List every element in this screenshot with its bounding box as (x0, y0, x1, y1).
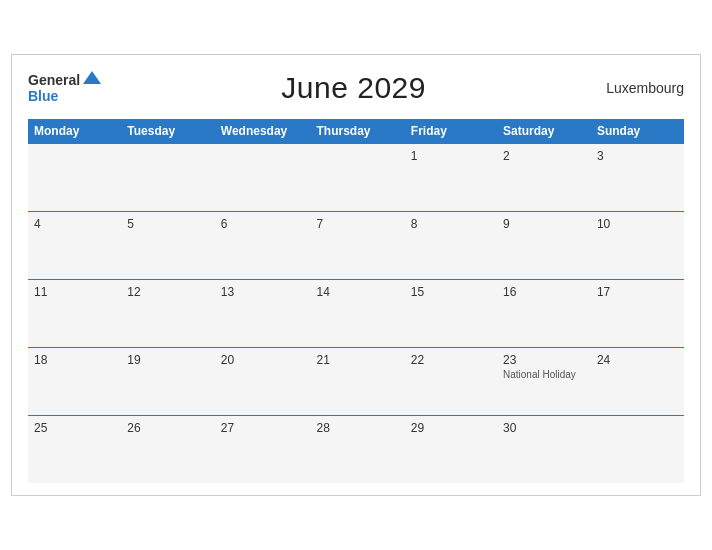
calendar-title: June 2029 (281, 71, 426, 105)
logo-blue-text: Blue (28, 88, 58, 104)
calendar-cell (121, 143, 215, 211)
calendar-cell: 13 (215, 279, 311, 347)
calendar-cell: 16 (497, 279, 591, 347)
event-label: National Holiday (503, 369, 585, 380)
calendar-cell: 30 (497, 415, 591, 483)
calendar-cell (215, 143, 311, 211)
header-friday: Friday (405, 119, 497, 144)
day-number: 21 (317, 353, 399, 367)
day-number: 29 (411, 421, 491, 435)
day-number: 2 (503, 149, 585, 163)
calendar-cell: 2 (497, 143, 591, 211)
calendar-cell: 4 (28, 211, 121, 279)
calendar-cell: 11 (28, 279, 121, 347)
calendar-cell: 28 (311, 415, 405, 483)
day-number: 5 (127, 217, 209, 231)
header-monday: Monday (28, 119, 121, 144)
calendar-cell: 3 (591, 143, 684, 211)
day-number: 13 (221, 285, 305, 299)
day-number: 18 (34, 353, 115, 367)
calendar-cell: 21 (311, 347, 405, 415)
calendar-cell: 10 (591, 211, 684, 279)
calendar-cell: 7 (311, 211, 405, 279)
logo: General Blue (28, 72, 101, 104)
day-number: 10 (597, 217, 678, 231)
calendar-cell: 29 (405, 415, 497, 483)
day-number: 8 (411, 217, 491, 231)
day-number: 1 (411, 149, 491, 163)
logo-flag-icon (83, 71, 101, 84)
day-number: 3 (597, 149, 678, 163)
calendar-cell: 17 (591, 279, 684, 347)
header-saturday: Saturday (497, 119, 591, 144)
day-number: 19 (127, 353, 209, 367)
calendar-cell: 12 (121, 279, 215, 347)
day-number: 25 (34, 421, 115, 435)
day-number: 24 (597, 353, 678, 367)
day-number: 9 (503, 217, 585, 231)
calendar-cell: 27 (215, 415, 311, 483)
calendar-cell: 19 (121, 347, 215, 415)
calendar-container: General Blue June 2029 Luxembourg Monday… (11, 54, 701, 497)
weekday-header-row: Monday Tuesday Wednesday Thursday Friday… (28, 119, 684, 144)
day-number: 28 (317, 421, 399, 435)
calendar-cell: 6 (215, 211, 311, 279)
calendar-week-row: 123 (28, 143, 684, 211)
header-wednesday: Wednesday (215, 119, 311, 144)
calendar-cell: 15 (405, 279, 497, 347)
day-number: 30 (503, 421, 585, 435)
day-number: 16 (503, 285, 585, 299)
logo-general-text: General (28, 72, 80, 88)
day-number: 26 (127, 421, 209, 435)
day-number: 22 (411, 353, 491, 367)
calendar-cell: 1 (405, 143, 497, 211)
calendar-cell: 26 (121, 415, 215, 483)
day-number: 6 (221, 217, 305, 231)
day-number: 15 (411, 285, 491, 299)
calendar-cell (311, 143, 405, 211)
calendar-cell: 22 (405, 347, 497, 415)
calendar-week-row: 11121314151617 (28, 279, 684, 347)
day-number: 27 (221, 421, 305, 435)
header-tuesday: Tuesday (121, 119, 215, 144)
calendar-week-row: 252627282930 (28, 415, 684, 483)
calendar-cell (591, 415, 684, 483)
calendar-cell: 18 (28, 347, 121, 415)
calendar-country: Luxembourg (606, 80, 684, 96)
calendar-week-row: 181920212223National Holiday24 (28, 347, 684, 415)
calendar-cell: 14 (311, 279, 405, 347)
calendar-cell: 5 (121, 211, 215, 279)
calendar-week-row: 45678910 (28, 211, 684, 279)
calendar-header: General Blue June 2029 Luxembourg (28, 71, 684, 105)
calendar-table: Monday Tuesday Wednesday Thursday Friday… (28, 119, 684, 484)
empty-cell (28, 143, 121, 211)
day-number: 12 (127, 285, 209, 299)
calendar-cell: 25 (28, 415, 121, 483)
day-number: 17 (597, 285, 678, 299)
day-number: 20 (221, 353, 305, 367)
day-number: 23 (503, 353, 585, 367)
calendar-cell: 24 (591, 347, 684, 415)
calendar-cell: 23National Holiday (497, 347, 591, 415)
day-number: 11 (34, 285, 115, 299)
day-number: 14 (317, 285, 399, 299)
calendar-cell: 8 (405, 211, 497, 279)
calendar-cell: 20 (215, 347, 311, 415)
day-number: 4 (34, 217, 115, 231)
header-sunday: Sunday (591, 119, 684, 144)
calendar-cell: 9 (497, 211, 591, 279)
day-number: 7 (317, 217, 399, 231)
header-thursday: Thursday (311, 119, 405, 144)
